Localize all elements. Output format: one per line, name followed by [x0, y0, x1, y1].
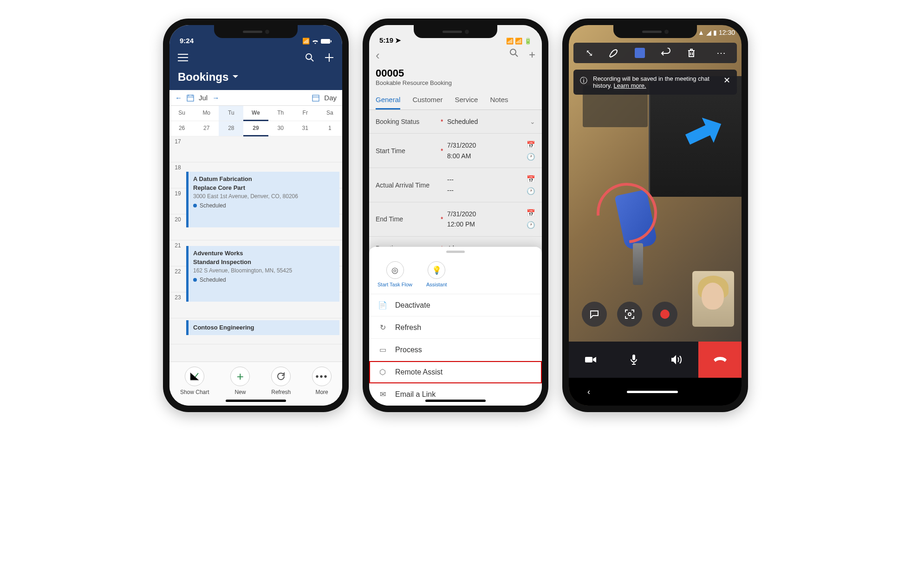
capture-button[interactable] [617, 302, 642, 327]
hamburger-icon[interactable] [178, 54, 188, 61]
trash-icon[interactable] [687, 48, 702, 58]
field-start-time[interactable]: Start Time * 7/31/20208:00 AM 📅🕐 [369, 134, 542, 168]
floating-actions [569, 302, 690, 327]
date-cell[interactable]: 30 [268, 121, 293, 136]
refresh-row[interactable]: ↻ Refresh [369, 317, 542, 339]
event-address: 162 S Avenue, Bloomington, MN, 55425 [193, 267, 335, 274]
camera-button[interactable] [569, 342, 612, 378]
booking-event[interactable]: Contoso Engineering [186, 320, 339, 335]
more-button[interactable]: ••• More [312, 367, 332, 395]
mic-button[interactable] [612, 342, 655, 378]
date-cell[interactable]: 31 [293, 121, 318, 136]
remote-assist-row[interactable]: ⬡ Remote Assist [369, 361, 542, 383]
chat-button[interactable] [582, 302, 607, 327]
event-company: Adventure Works [193, 250, 335, 257]
hour-label: 22 [169, 266, 186, 292]
field-arrival-time[interactable]: Actual Arrival Time ------ 📅🕐 [369, 168, 542, 202]
hour-label: 17 [169, 136, 186, 162]
search-icon[interactable] [509, 48, 519, 63]
date-cell[interactable]: 26 [169, 121, 194, 136]
weekday-tu[interactable]: Tu [219, 106, 243, 121]
undo-icon[interactable] [661, 48, 676, 58]
weekday-fr[interactable]: Fr [293, 106, 318, 121]
battery-icon: ▮ [713, 29, 717, 36]
learn-more-link[interactable]: Learn more. [614, 82, 646, 89]
calendar-icon: 📅 [527, 141, 535, 149]
add-icon[interactable] [325, 53, 334, 62]
search-icon[interactable] [305, 53, 314, 62]
status-bar: ▲ ◢ ▮ 12:30 [698, 29, 735, 36]
self-video-pip[interactable] [692, 271, 734, 327]
booking-event[interactable]: Adventure Works Standard Inspection 162 … [186, 246, 339, 302]
back-icon[interactable]: ‹ [587, 387, 590, 397]
weekday-row: Su Mo Tu We Th Fr Sa [169, 106, 342, 121]
bottom-toolbar: Show Chart + New Refresh ••• More [169, 362, 342, 406]
more-icon[interactable]: ⋯ [714, 47, 729, 58]
field-end-time[interactable]: End Time * 7/31/202012:00 PM 📅🕐 [369, 202, 542, 237]
back-icon[interactable]: ‹ [376, 48, 380, 63]
weekday-sa[interactable]: Sa [318, 106, 342, 121]
svg-rect-7 [585, 357, 592, 362]
minimize-icon[interactable]: ⤡ [582, 47, 597, 58]
date-cell[interactable]: 28 [219, 121, 243, 136]
home-indicator[interactable] [425, 400, 486, 402]
show-chart-button[interactable]: Show Chart [180, 367, 209, 395]
home-indicator[interactable] [226, 400, 286, 402]
new-button[interactable]: + New [230, 367, 250, 395]
event-job: Replace Core Part [193, 184, 335, 191]
process-row[interactable]: ▭ Process [369, 339, 542, 361]
calendar-icon[interactable] [187, 94, 194, 102]
weekday-we[interactable]: We [243, 106, 268, 121]
clock-icon: 🕐 [527, 187, 535, 195]
battery-icon [321, 39, 332, 44]
hour-label: 21 [169, 240, 186, 266]
record-button[interactable] [652, 302, 677, 327]
tab-general[interactable]: General [376, 91, 400, 110]
tab-customer[interactable]: Customer [412, 91, 442, 110]
drag-handle[interactable] [446, 251, 465, 253]
field-booking-status[interactable]: Booking Status * Scheduled ⌄ [369, 110, 542, 134]
date-cell[interactable]: 27 [194, 121, 219, 136]
weekday-su[interactable]: Su [169, 106, 194, 121]
plus-icon: + [237, 369, 244, 384]
assistant-button[interactable]: 💡 Assistant [426, 261, 447, 287]
event-status: Scheduled [200, 277, 226, 283]
pen-icon[interactable] [608, 48, 623, 58]
svg-rect-0 [321, 39, 330, 44]
shape-tool[interactable] [635, 48, 650, 58]
speaker-button[interactable] [655, 342, 698, 378]
dates-row: 26 27 28 29 30 31 1 [169, 121, 342, 136]
calendar-icon: 📅 [527, 209, 535, 217]
annotation-toolbar: ⤡ ⋯ [573, 43, 737, 63]
signal-icon: ◢ [706, 29, 711, 36]
month-label: Jul [199, 94, 208, 102]
close-icon[interactable]: ✕ [723, 75, 730, 85]
svg-point-2 [306, 54, 312, 59]
date-cell[interactable]: 1 [318, 121, 342, 136]
add-icon[interactable]: + [529, 48, 535, 63]
recording-banner: ⓘ Recording will be saved in the meeting… [573, 70, 737, 95]
call-controls [569, 342, 742, 378]
date-cell[interactable]: 29 [243, 121, 268, 136]
page-title[interactable]: Bookings [178, 71, 334, 84]
status-dot-icon [193, 204, 197, 207]
home-pill[interactable] [627, 391, 678, 393]
weekday-mo[interactable]: Mo [194, 106, 219, 121]
view-mode[interactable]: Day [324, 94, 337, 102]
tab-service[interactable]: Service [455, 91, 478, 110]
deactivate-row[interactable]: 📄 Deactivate [369, 294, 542, 317]
start-task-flow-button[interactable]: ◎ Start Task Flow [377, 261, 412, 287]
next-arrow-icon[interactable]: → [212, 94, 219, 102]
weekday-th[interactable]: Th [268, 106, 293, 121]
banner-text: Recording will be saved in the meeting c… [593, 75, 718, 89]
end-call-button[interactable] [698, 342, 742, 378]
booking-event[interactable]: A Datum Fabrication Replace Core Part 30… [186, 172, 339, 227]
clock: 12:30 [719, 29, 735, 36]
refresh-button[interactable]: Refresh [271, 367, 291, 395]
email-link-row[interactable]: ✉ Email a Link [369, 383, 542, 406]
event-address: 3000 East 1st Avenue, Denver, CO, 80206 [193, 193, 335, 200]
timeline[interactable]: 17 18 19 20 21 22 23 A Datum Fabrication… [169, 136, 342, 362]
tab-notes[interactable]: Notes [490, 91, 508, 110]
svg-rect-4 [312, 95, 319, 101]
prev-arrow-icon[interactable]: ← [175, 94, 182, 102]
